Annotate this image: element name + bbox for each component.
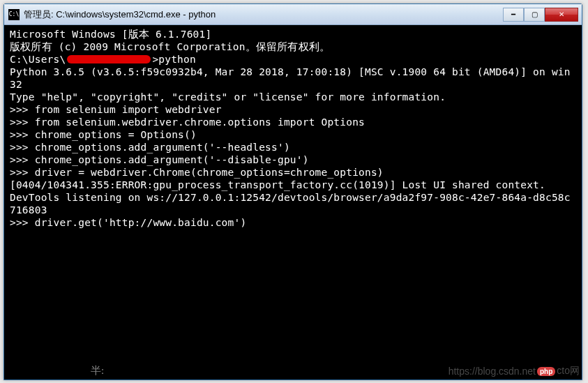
error-line: [0404/104341.355:ERROR:gpu_process_trans… <box>10 179 576 191</box>
redacted-username <box>67 55 151 63</box>
ime-indicator: 半: <box>91 364 104 377</box>
minimize-button[interactable]: ━ <box>503 8 524 22</box>
repl-line: >>> from selenium import webdriver <box>10 103 576 116</box>
prompt-suffix: >python <box>152 53 196 66</box>
watermark-suffix: cto网 <box>557 365 580 377</box>
php-badge-icon: php <box>537 367 555 376</box>
terminal-output[interactable]: Microsoft Windows [版本 6.1.7601] 版权所有 (c)… <box>4 25 582 380</box>
prompt-line: C:\Users\ >python <box>10 53 576 66</box>
prompt-prefix: C:\Users\ <box>10 53 66 66</box>
maximize-button[interactable]: ▢ <box>524 8 545 22</box>
window-title: 管理员: C:\windows\system32\cmd.exe - pytho… <box>24 8 216 21</box>
repl-line: >>> chrome_options.add_argument('--disab… <box>10 153 576 166</box>
repl-line: >>> driver = webdriver.Chrome(chrome_opt… <box>10 166 576 179</box>
repl-line: >>> driver.get('http://www.baidu.com') <box>10 216 576 229</box>
window-controls: ━ ▢ ✕ <box>503 8 578 22</box>
repl-line: >>> from selenium.webdriver.chrome.optio… <box>10 116 576 128</box>
cmd-window: C:\ 管理员: C:\windows\system32\cmd.exe - p… <box>3 3 582 380</box>
repl-line: >>> chrome_options.add_argument('--headl… <box>10 141 576 153</box>
cmd-icon: C:\ <box>8 9 20 20</box>
devtools-line: DevTools listening on ws://127.0.0.1:125… <box>10 191 576 216</box>
terminal-line: Python 3.6.5 (v3.6.5:f59c0932b4, Mar 28 … <box>10 66 576 91</box>
watermark-url: https://blog.csdn.net <box>448 366 536 377</box>
terminal-line: Type "help", "copyright", "credits" or "… <box>10 91 576 103</box>
repl-line: >>> chrome_options = Options() <box>10 128 576 141</box>
terminal-line: Microsoft Windows [版本 6.1.7601] <box>10 28 576 40</box>
terminal-line: 版权所有 (c) 2009 Microsoft Corporation。保留所有… <box>10 40 576 53</box>
close-button[interactable]: ✕ <box>545 8 578 22</box>
titlebar[interactable]: C:\ 管理员: C:\windows\system32\cmd.exe - p… <box>4 4 582 25</box>
watermark: https://blog.csdn.net php cto网 <box>448 365 580 377</box>
title-left: C:\ 管理员: C:\windows\system32\cmd.exe - p… <box>8 8 216 21</box>
